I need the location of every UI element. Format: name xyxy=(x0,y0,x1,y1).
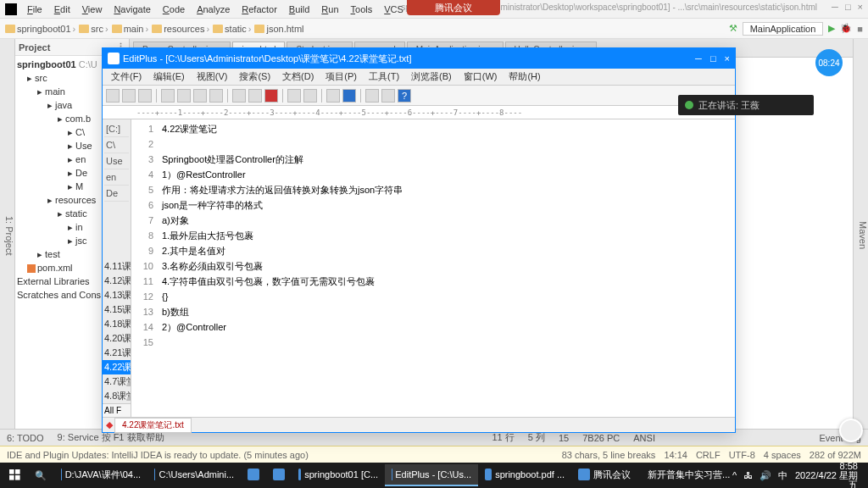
maven-tool-tab[interactable]: Maven xyxy=(858,221,868,249)
editplus-text-content[interactable]: 4.22课堂笔记 Springboot处理器Controller的注解 1）@R… xyxy=(159,119,735,417)
tray-net-icon[interactable]: 🖧 xyxy=(743,470,753,480)
tray-ime-icon[interactable]: 中 xyxy=(778,469,787,482)
ep-menu[interactable]: 编辑(E) xyxy=(148,69,190,84)
ep-file-item[interactable]: 4.11课堂 xyxy=(103,259,131,274)
taskbar-item[interactable]: D:\JAVA\课件\04... xyxy=(54,464,147,486)
ide-menu-navigate[interactable]: Navigate xyxy=(108,3,155,16)
ep-menu[interactable]: 文件(F) xyxy=(106,69,147,84)
tray-up-icon[interactable]: ^ xyxy=(732,470,737,480)
services-tool[interactable]: 9: Service 按 F1 获取帮助 xyxy=(58,431,164,444)
taskbar-item[interactable]: 新开普集中实习营... xyxy=(637,464,731,486)
ep-menu[interactable]: 项目(P) xyxy=(320,69,362,84)
notice-indent[interactable]: 4 spaces xyxy=(764,450,801,460)
ide-menu-code[interactable]: Code xyxy=(158,3,190,16)
build-icon[interactable]: ⚒ xyxy=(729,23,737,34)
taskbar-item[interactable] xyxy=(266,464,292,486)
ep-menu[interactable]: 搜索(S) xyxy=(234,69,275,84)
ide-menu-analyze[interactable]: Analyze xyxy=(192,3,235,16)
tray-clock[interactable]: 8:58 2022/4/22 星期五 xyxy=(794,462,858,489)
ep-file-item[interactable]: 4.20课堂 xyxy=(103,331,131,346)
ep-cut-icon[interactable] xyxy=(177,89,191,103)
editplus-editor[interactable]: 123456789101112131415 4.22课堂笔记 Springboo… xyxy=(131,119,735,417)
ep-dir-item[interactable]: en xyxy=(104,169,129,186)
ep-allfiles-dropdown[interactable]: All F xyxy=(103,403,131,417)
notice-crlf[interactable]: CRLF xyxy=(696,450,721,460)
search-button[interactable]: 🔍 xyxy=(29,464,53,486)
ep-menu[interactable]: 帮助(H) xyxy=(504,69,545,84)
ep-wrap-icon[interactable] xyxy=(342,89,356,103)
ep-menu[interactable]: 文档(D) xyxy=(277,69,319,84)
start-button[interactable] xyxy=(3,464,27,486)
taskbar-item[interactable]: 腾讯会议 xyxy=(571,464,637,486)
ep-copy-icon[interactable] xyxy=(193,89,207,103)
ep-print-icon[interactable] xyxy=(161,89,175,103)
editplus-titlebar[interactable]: EditPlus - [C:\Users\Administrator\Deskt… xyxy=(103,48,735,69)
project-tool-tab[interactable]: 1: Project xyxy=(4,216,14,255)
ep-dir-item[interactable]: [C:] xyxy=(104,121,129,137)
ep-close-icon[interactable]: × xyxy=(725,53,730,64)
ep-save-icon[interactable] xyxy=(138,89,152,103)
ep-file-item[interactable]: 4.18课堂 xyxy=(103,317,131,331)
ep-help-icon[interactable]: ? xyxy=(398,89,411,103)
ep-font-icon[interactable] xyxy=(326,89,340,103)
ep-maximize-icon[interactable]: □ xyxy=(710,53,716,64)
ep-open-icon[interactable] xyxy=(122,89,136,103)
todo-tool[interactable]: 6: TODO xyxy=(7,433,44,443)
ep-paste-icon[interactable] xyxy=(209,89,223,103)
ep-browser-icon[interactable] xyxy=(365,89,379,103)
minimize-icon[interactable]: ─ xyxy=(832,2,838,12)
meeting-clock-overlay[interactable]: 08:24 xyxy=(815,49,843,76)
run-config-dropdown[interactable]: MainApplication xyxy=(743,22,824,36)
taskbar-item[interactable] xyxy=(241,464,266,486)
close-icon[interactable]: × xyxy=(858,2,863,12)
ep-redo-icon[interactable] xyxy=(248,89,262,103)
ep-menu[interactable]: 浏览器(B) xyxy=(406,69,457,84)
ide-menu-refactor[interactable]: Refactor xyxy=(236,3,282,16)
ide-menu-view[interactable]: View xyxy=(77,3,108,16)
breadcrumb[interactable]: json.html xyxy=(254,24,303,34)
breadcrumb[interactable]: src › xyxy=(79,24,108,34)
ide-notification-bar[interactable]: IDE and Plugin Updates: IntelliJ IDEA is… xyxy=(0,446,868,463)
ide-menu-build[interactable]: Build xyxy=(284,3,314,16)
ep-undo-icon[interactable] xyxy=(232,89,246,103)
ep-file-item[interactable]: 4.7课堂 xyxy=(103,374,131,389)
ep-file-item[interactable]: 4.21课堂 xyxy=(103,346,131,360)
editplus-filelist[interactable]: 4.11课堂4.12课堂4.13课堂4.15课堂4.18课堂4.20课堂4.21… xyxy=(103,259,131,403)
ep-menu[interactable]: 视图(V) xyxy=(192,69,233,84)
ep-find-icon[interactable] xyxy=(287,89,301,103)
ep-file-item[interactable]: 4.12课堂 xyxy=(103,274,131,288)
ep-file-item[interactable]: 4.15课堂 xyxy=(103,302,131,317)
ep-delete-icon[interactable] xyxy=(264,89,278,103)
tray-vol-icon[interactable]: 🔊 xyxy=(760,470,771,481)
ep-menu[interactable]: 窗口(W) xyxy=(459,69,503,84)
notice-mem[interactable]: 282 of 922M xyxy=(810,450,861,460)
ep-replace-icon[interactable] xyxy=(303,89,317,103)
stop-icon[interactable]: ■ xyxy=(857,24,863,34)
taskbar-item[interactable]: C:\Users\Admini... xyxy=(147,464,241,486)
ide-menu-file[interactable]: File xyxy=(22,3,47,16)
ep-file-item[interactable]: 4.13课堂 xyxy=(103,288,131,302)
run-icon[interactable]: ▶ xyxy=(828,23,835,34)
floating-avatar[interactable] xyxy=(839,419,863,442)
breadcrumb[interactable]: main › xyxy=(112,24,149,34)
ide-menu-tools[interactable]: Tools xyxy=(346,3,378,16)
ep-dir-item[interactable]: C\ xyxy=(104,137,129,153)
breadcrumb[interactable]: static › xyxy=(213,24,251,34)
system-tray[interactable]: ^ 🖧 🔊 中 8:58 2022/4/22 星期五 xyxy=(732,462,865,489)
ep-minimize-icon[interactable]: ─ xyxy=(695,53,702,64)
maximize-icon[interactable]: □ xyxy=(845,2,851,12)
debug-icon[interactable]: 🐞 xyxy=(840,23,852,34)
notice-encoding[interactable]: UTF-8 xyxy=(729,450,755,460)
taskbar-item[interactable]: EditPlus - [C:\Us... xyxy=(385,464,478,486)
breadcrumb[interactable]: resources › xyxy=(152,24,209,34)
ep-menu[interactable]: 工具(T) xyxy=(364,69,404,84)
ide-menu-run[interactable]: Run xyxy=(316,3,343,16)
ep-file-item[interactable]: 4.22课堂 xyxy=(103,360,131,374)
ep-dir-item[interactable]: De xyxy=(104,186,129,202)
ep-dir-item[interactable]: Use xyxy=(104,153,129,169)
taskbar-item[interactable]: springboot01 [C... xyxy=(292,464,385,486)
ide-menu-edit[interactable]: Edit xyxy=(49,3,75,16)
editplus-doc-tab[interactable]: 4.22课堂笔记.txt xyxy=(114,418,192,433)
tencent-meeting-bar[interactable]: 腾讯会议 xyxy=(407,0,500,15)
ep-tools-icon[interactable] xyxy=(381,89,395,103)
